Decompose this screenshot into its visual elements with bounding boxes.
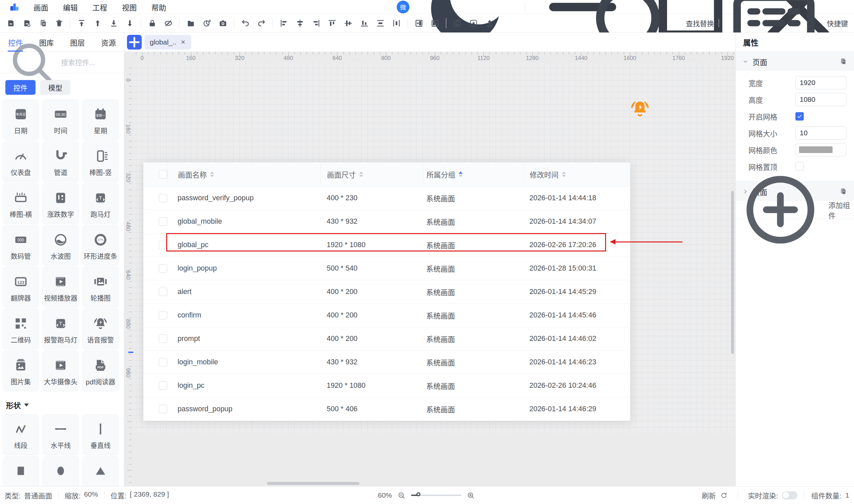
widget-card[interactable]: 涨跌数字 <box>42 183 79 224</box>
widget-card[interactable]: 年月日日期 <box>3 100 39 140</box>
record-button[interactable] <box>467 16 480 30</box>
copy-page-icon[interactable] <box>839 187 847 196</box>
align-center-v-button[interactable] <box>293 16 306 30</box>
widget-card[interactable]: 水波图 <box>42 225 79 266</box>
widget-card[interactable]: 二维码 <box>3 309 39 349</box>
new-screen-tab-button[interactable] <box>127 35 142 50</box>
search-input[interactable] <box>61 59 118 67</box>
send-backward-button[interactable] <box>428 16 442 30</box>
widget-card[interactable]: 棒图-竖 <box>83 141 119 182</box>
widget-card[interactable]: 管道 <box>42 141 79 182</box>
sort-asc-icon[interactable] <box>210 172 214 174</box>
widget-card[interactable]: T报警跑马灯 <box>42 309 79 349</box>
zoom-slider[interactable] <box>411 494 461 496</box>
avatar[interactable]: 微 <box>397 1 409 13</box>
widget-card[interactable]: 星期一星期 <box>83 100 119 140</box>
table-row[interactable]: login_mobile430 * 932系统画面2026-01-14 14:4… <box>143 350 630 374</box>
property-input[interactable] <box>795 76 846 89</box>
property-checkbox[interactable] <box>795 112 804 121</box>
table-row[interactable]: login_popup500 * 540系统画面2026-01-28 15:00… <box>143 257 630 280</box>
bring-forward-button[interactable] <box>412 16 426 30</box>
menu-item[interactable]: 编辑 <box>56 2 85 12</box>
column-header[interactable]: 画面名称 <box>167 162 320 186</box>
row-checkbox[interactable] <box>159 381 167 390</box>
widget-card[interactable]: 大华摄像头 <box>42 350 79 392</box>
row-checkbox[interactable] <box>159 194 167 202</box>
table-row[interactable]: prompt400 * 200系统画面2026-01-14 14:46:02 <box>143 327 630 350</box>
sort-carets[interactable] <box>210 172 214 177</box>
align-right-button[interactable] <box>309 16 323 30</box>
horizontal-scrollbar-thumb[interactable] <box>267 482 359 485</box>
sidebar-tab[interactable]: 图层 <box>62 33 93 52</box>
page-section-header-expanded[interactable]: 页面 <box>736 52 854 71</box>
copy-page-icon[interactable] <box>839 58 847 66</box>
table-row[interactable]: login_pc1920 * 1080系统画面2026-02-26 10:24:… <box>143 374 630 397</box>
sort-desc-icon[interactable] <box>210 175 214 177</box>
distribute-vertical-button[interactable] <box>374 16 387 30</box>
save-button[interactable] <box>4 16 17 30</box>
shapes-section-header[interactable]: 形状 <box>6 399 124 410</box>
mode-button[interactable]: 模型 <box>40 80 70 95</box>
voice-alarm-widget[interactable] <box>629 98 651 120</box>
widget-card[interactable]: 27%环形进度条 <box>83 225 119 266</box>
duplicate-button[interactable] <box>36 16 50 30</box>
widget-card[interactable] <box>3 456 39 486</box>
align-center-h-button[interactable] <box>341 16 355 30</box>
add-component-button[interactable]: 添加组件 <box>736 201 854 219</box>
row-checkbox[interactable] <box>159 335 167 343</box>
widget-card[interactable]: 棒图-横 <box>3 183 39 224</box>
folder-button[interactable] <box>184 16 197 30</box>
move-to-bottom-button[interactable] <box>107 16 120 30</box>
align-bottom-button[interactable] <box>357 16 371 30</box>
move-down-button[interactable] <box>123 16 136 30</box>
widget-card[interactable]: 视频播放器 <box>42 267 79 308</box>
widget-card[interactable] <box>42 456 79 486</box>
sort-asc-icon[interactable] <box>459 172 463 174</box>
widget-card[interactable]: 水平线 <box>42 414 79 455</box>
align-top-button[interactable] <box>325 16 339 30</box>
widget-card[interactable]: 垂直线 <box>83 414 119 455</box>
widget-card[interactable]: 仪表盘 <box>3 141 39 182</box>
refresh-icon[interactable] <box>720 492 728 499</box>
publish-button[interactable] <box>483 16 496 30</box>
align-left-button[interactable] <box>277 16 290 30</box>
sort-asc-icon[interactable] <box>359 172 363 174</box>
table-row[interactable]: global_mobile430 * 932系统画面2026-01-14 14:… <box>143 210 630 233</box>
sidebar-tab[interactable]: 资源 <box>93 33 124 52</box>
sort-carets[interactable] <box>359 172 363 177</box>
widget-card[interactable]: 语音报警 <box>83 309 119 349</box>
color-picker-field[interactable] <box>795 143 846 156</box>
widget-card[interactable]: 轮播图 <box>83 267 119 308</box>
column-header[interactable]: 修改时间 <box>524 162 630 186</box>
vertical-scrollbar-thumb[interactable] <box>731 191 734 354</box>
row-checkbox[interactable] <box>159 217 167 226</box>
sort-desc-icon[interactable] <box>459 175 463 177</box>
column-header[interactable]: 所属分组 <box>423 162 524 186</box>
sidebar-tab[interactable]: 控件 <box>0 33 31 52</box>
sidebar-tab[interactable]: 图库 <box>31 33 62 52</box>
zoom-in-icon[interactable] <box>467 491 475 500</box>
realtime-render-toggle[interactable] <box>782 491 797 499</box>
menu-item[interactable]: 工程 <box>85 2 114 12</box>
row-checkbox[interactable] <box>159 405 167 413</box>
table-row[interactable]: confirm400 * 200系统画面2026-01-14 14:45:46 <box>143 304 630 327</box>
widget-card[interactable]: 线段 <box>3 414 39 455</box>
sort-desc-icon[interactable] <box>359 175 363 177</box>
table-row[interactable]: password_verify_popup400 * 230系统画面2026-0… <box>143 186 630 210</box>
screenshot-button[interactable] <box>216 16 230 30</box>
widget-card[interactable]: T跑马灯 <box>83 183 119 224</box>
widget-card[interactable]: 09:30时间 <box>42 100 79 140</box>
save-as-button[interactable] <box>20 16 34 30</box>
lock-button[interactable] <box>145 16 159 30</box>
table-row[interactable]: alert400 * 200系统画面2026-01-14 14:45:29 <box>143 280 630 304</box>
property-input[interactable] <box>795 126 846 140</box>
row-checkbox[interactable] <box>159 288 167 296</box>
canvas-viewport[interactable]: 画面名称画面尺寸所属分组修改时间password_verify_popup400… <box>134 62 735 486</box>
row-checkbox[interactable] <box>159 358 167 366</box>
row-checkbox[interactable] <box>159 311 167 320</box>
menu-item[interactable]: 帮助 <box>144 2 174 12</box>
close-tab-icon[interactable] <box>180 39 186 45</box>
sort-desc-icon[interactable] <box>562 175 566 177</box>
select-all-checkbox[interactable] <box>159 170 167 179</box>
sort-carets[interactable] <box>562 172 566 177</box>
